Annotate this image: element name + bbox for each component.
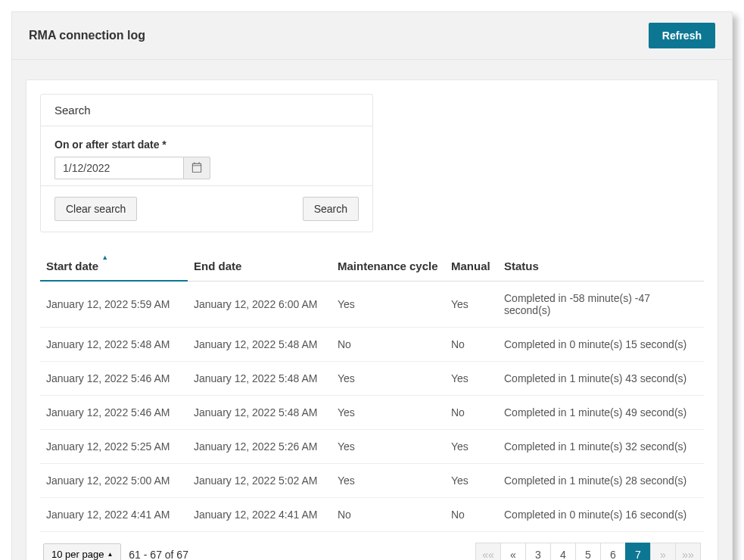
cell-end: January 12, 2022 5:48 AM (188, 361, 332, 395)
col-end-date[interactable]: End date (188, 252, 332, 281)
page-last-button: »» (675, 543, 701, 561)
search-card: Search On or after start date * Clear se… (40, 94, 373, 232)
cell-maint: No (332, 497, 445, 531)
search-card-body: On or after start date * (41, 126, 372, 186)
clear-search-button[interactable]: Clear search (54, 197, 137, 221)
cell-start: January 12, 2022 5:59 AM (40, 281, 188, 327)
cell-start: January 12, 2022 5:00 AM (40, 463, 188, 497)
cell-maint: Yes (332, 463, 445, 497)
footer-left: 10 per page ▲ 61 - 67 of 67 (43, 543, 188, 560)
cell-status: Completed in 1 minute(s) 32 second(s) (498, 429, 704, 463)
date-input-group (54, 157, 359, 179)
cell-status: Completed in 0 minute(s) 16 second(s) (498, 497, 704, 531)
page-4-button[interactable]: 4 (550, 543, 576, 561)
cell-maint: Yes (332, 429, 445, 463)
cell-start: January 12, 2022 5:46 AM (40, 361, 188, 395)
cell-start: January 12, 2022 5:48 AM (40, 327, 188, 361)
record-count: 61 - 67 of 67 (129, 549, 188, 561)
cell-start: January 12, 2022 5:46 AM (40, 395, 188, 429)
cell-start: January 12, 2022 5:25 AM (40, 429, 188, 463)
calendar-icon (191, 162, 202, 175)
cell-start: January 12, 2022 4:41 AM (40, 497, 188, 531)
cell-maint: Yes (332, 281, 445, 327)
col-manual[interactable]: Manual (445, 252, 498, 281)
table-row: January 12, 2022 5:25 AMJanuary 12, 2022… (40, 429, 704, 463)
cell-status: Completed in -58 minute(s) -47 second(s) (498, 281, 704, 327)
table-footer: 10 per page ▲ 61 - 67 of 67 «««34567»»» (40, 543, 704, 561)
content-card: Search On or after start date * Clear se… (26, 79, 718, 560)
table-row: January 12, 2022 5:00 AMJanuary 12, 2022… (40, 463, 704, 497)
page-5-button[interactable]: 5 (575, 543, 601, 561)
cell-manual: Yes (445, 281, 498, 327)
cell-maint: No (332, 327, 445, 361)
page-7-button[interactable]: 7 (625, 543, 651, 561)
page-6-button[interactable]: 6 (600, 543, 626, 561)
cell-end: January 12, 2022 5:26 AM (188, 429, 332, 463)
table-row: January 12, 2022 5:59 AMJanuary 12, 2022… (40, 281, 704, 327)
page-3-button[interactable]: 3 (525, 543, 551, 561)
cell-manual: Yes (445, 463, 498, 497)
table-header-row: Start date ▲ End date Maintenance cycle … (40, 252, 704, 281)
page-prev-button[interactable]: « (500, 543, 526, 561)
col-status[interactable]: Status (498, 252, 704, 281)
panel-body: Search On or after start date * Clear se… (12, 60, 732, 560)
search-button[interactable]: Search (303, 197, 359, 221)
start-date-label: On or after start date * (54, 138, 359, 151)
search-card-footer: Clear search Search (41, 186, 372, 232)
col-maintenance[interactable]: Maintenance cycle (332, 252, 445, 281)
page-title: RMA connection log (29, 29, 145, 42)
cell-end: January 12, 2022 4:41 AM (188, 497, 332, 531)
calendar-button[interactable] (183, 157, 210, 179)
pagination: «««34567»»» (476, 543, 701, 561)
cell-status: Completed in 1 minute(s) 28 second(s) (498, 463, 704, 497)
col-start-date[interactable]: Start date ▲ (40, 252, 188, 281)
cell-manual: No (445, 327, 498, 361)
cell-manual: No (445, 395, 498, 429)
cell-end: January 12, 2022 5:48 AM (188, 395, 332, 429)
rma-log-panel: RMA connection log Refresh Search On or … (11, 11, 733, 560)
page-size-label: 10 per page (51, 549, 104, 560)
sort-asc-icon: ▲ (101, 254, 108, 261)
cell-status: Completed in 1 minute(s) 49 second(s) (498, 395, 704, 429)
page-next-button: » (650, 543, 676, 561)
table-row: January 12, 2022 5:46 AMJanuary 12, 2022… (40, 395, 704, 429)
cell-status: Completed in 1 minute(s) 43 second(s) (498, 361, 704, 395)
cell-end: January 12, 2022 6:00 AM (188, 281, 332, 327)
cell-manual: Yes (445, 429, 498, 463)
search-card-title: Search (41, 95, 372, 126)
cell-end: January 12, 2022 5:48 AM (188, 327, 332, 361)
cell-status: Completed in 0 minute(s) 15 second(s) (498, 327, 704, 361)
cell-maint: Yes (332, 395, 445, 429)
page-size-button[interactable]: 10 per page ▲ (43, 543, 121, 560)
refresh-button[interactable]: Refresh (649, 23, 715, 48)
col-start-date-label: Start date (46, 260, 98, 272)
panel-header: RMA connection log Refresh (12, 12, 732, 60)
page-first-button: «« (475, 543, 501, 561)
cell-manual: Yes (445, 361, 498, 395)
cell-manual: No (445, 497, 498, 531)
caret-up-icon: ▲ (107, 551, 113, 558)
cell-end: January 12, 2022 5:02 AM (188, 463, 332, 497)
start-date-input[interactable] (54, 157, 183, 179)
cell-maint: Yes (332, 361, 445, 395)
table-row: January 12, 2022 5:48 AMJanuary 12, 2022… (40, 327, 704, 361)
connection-log-table: Start date ▲ End date Maintenance cycle … (40, 252, 704, 532)
table-row: January 12, 2022 4:41 AMJanuary 12, 2022… (40, 497, 704, 531)
table-row: January 12, 2022 5:46 AMJanuary 12, 2022… (40, 361, 704, 395)
